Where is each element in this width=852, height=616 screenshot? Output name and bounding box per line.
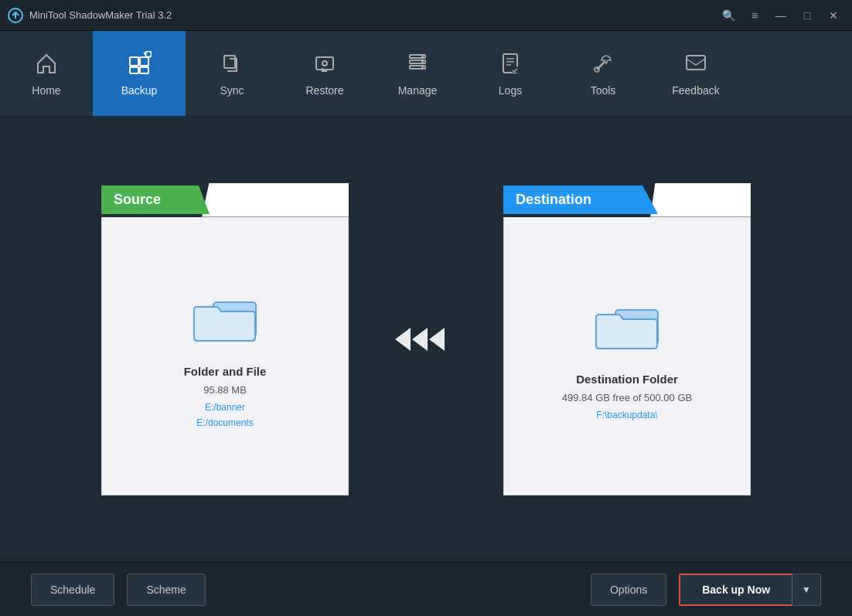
logs-icon: [498, 51, 523, 80]
nav-restore[interactable]: Restore: [278, 31, 371, 116]
maximize-button[interactable]: □: [796, 7, 818, 24]
menu-button[interactable]: ≡: [744, 7, 765, 24]
feedback-icon: [683, 51, 708, 80]
app-title: MiniTool ShadowMaker Trial 3.2: [29, 9, 717, 21]
destination-header-tab: [650, 183, 751, 217]
nav-home[interactable]: Home: [0, 31, 93, 116]
destination-card-body[interactable]: Destination Folder 499.84 GB free of 500…: [503, 217, 751, 495]
source-header-label: Source: [101, 185, 210, 214]
nav-backup-label: Backup: [121, 84, 158, 97]
source-folder-icon: [190, 288, 260, 349]
scheme-button[interactable]: Scheme: [127, 573, 205, 606]
backup-dropdown-button[interactable]: ▼: [792, 573, 821, 606]
manage-icon: [405, 51, 430, 80]
sync-icon: [220, 51, 244, 80]
nav-logs[interactable]: Logs: [464, 31, 557, 116]
source-title: Folder and File: [184, 365, 267, 378]
nav-bar: Home Backup Sync: [0, 31, 852, 116]
backup-group: Back up Now ▼: [679, 573, 821, 606]
source-card-body[interactable]: Folder and File 95.88 MB E:/banner E:/do…: [101, 217, 349, 495]
svg-line-19: [597, 62, 605, 70]
source-size: 95.88 MB: [203, 384, 247, 396]
nav-backup[interactable]: Backup: [93, 31, 186, 116]
search-button[interactable]: 🔍: [717, 7, 739, 24]
nav-manage[interactable]: Manage: [371, 31, 464, 116]
main-content: Source Folder and File 95.88 MB E:/banne…: [0, 116, 852, 562]
destination-header-label: Destination: [503, 185, 658, 214]
source-header-tab: [202, 183, 349, 217]
title-bar: MiniTool ShadowMaker Trial 3.2 🔍 ≡ — □ ✕: [0, 0, 852, 31]
minimize-button[interactable]: —: [770, 7, 792, 24]
nav-home-label: Home: [32, 84, 60, 97]
source-path-2: E:/documents: [196, 416, 253, 431]
nav-logs-label: Logs: [499, 84, 522, 97]
restore-icon: [312, 51, 337, 80]
nav-restore-label: Restore: [305, 84, 343, 97]
destination-card-header: Destination: [503, 183, 751, 217]
nav-manage-label: Manage: [398, 84, 438, 97]
svg-rect-21: [687, 56, 705, 70]
home-icon: [34, 51, 59, 80]
nav-feedback-label: Feedback: [672, 84, 719, 97]
destination-card: Destination Destination Folder 499.84 GB…: [503, 183, 751, 495]
destination-title: Destination Folder: [576, 373, 678, 386]
arrow-section: [395, 320, 457, 359]
nav-tools-label: Tools: [591, 84, 616, 97]
source-card-header: Source: [101, 183, 349, 217]
destination-path: F:\backupdata\: [596, 408, 657, 423]
nav-feedback[interactable]: Feedback: [649, 31, 742, 116]
options-button[interactable]: Options: [591, 573, 666, 606]
svg-rect-5: [224, 56, 235, 68]
svg-point-7: [322, 61, 327, 66]
nav-sync[interactable]: Sync: [186, 31, 278, 116]
svg-rect-1: [130, 57, 138, 66]
svg-rect-4: [140, 67, 148, 73]
svg-rect-2: [140, 57, 148, 66]
source-card: Source Folder and File 95.88 MB E:/banne…: [101, 183, 349, 495]
nav-tools[interactable]: Tools: [557, 31, 649, 116]
window-controls: 🔍 ≡ — □ ✕: [717, 7, 844, 24]
destination-free-space: 499.84 GB free of 500.00 GB: [562, 392, 692, 403]
source-path-1: E:/banner: [196, 400, 253, 415]
backup-now-button[interactable]: Back up Now: [679, 573, 792, 606]
nav-sync-label: Sync: [220, 84, 244, 97]
svg-rect-6: [316, 57, 333, 70]
tools-icon: [591, 51, 615, 80]
source-paths: E:/banner E:/documents: [196, 400, 253, 430]
close-button[interactable]: ✕: [823, 7, 844, 24]
schedule-button[interactable]: Schedule: [31, 573, 114, 606]
bottom-bar: Schedule Scheme Options Back up Now ▼: [0, 562, 852, 616]
destination-folder-icon: [592, 296, 662, 357]
svg-rect-3: [130, 67, 138, 73]
backup-icon: [127, 51, 152, 80]
app-logo: [8, 8, 23, 23]
